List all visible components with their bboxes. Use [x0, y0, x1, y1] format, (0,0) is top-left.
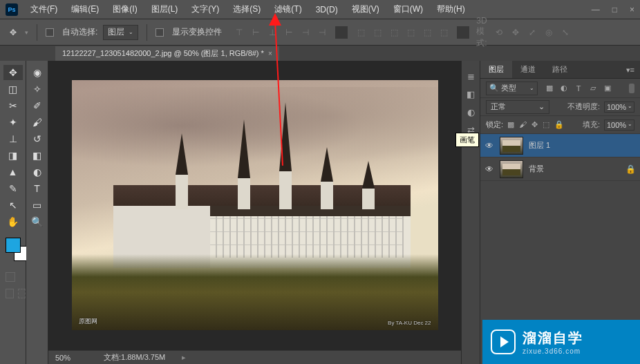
fill-value[interactable]: 100%⌄	[604, 119, 634, 131]
lock-transparent-icon[interactable]: ▩	[507, 120, 514, 129]
close-button[interactable]: ×	[630, 5, 634, 15]
zoom-level[interactable]: 50%	[55, 354, 90, 362]
color-swatches[interactable]	[0, 238, 26, 265]
menu-window[interactable]: 窗口(W)	[386, 3, 430, 15]
align-left-icon[interactable]: ⊢	[283, 26, 295, 39]
menu-select[interactable]: 选择(S)	[226, 3, 267, 15]
history-panel-icon[interactable]: ≣	[464, 69, 478, 83]
hand-tool[interactable]: ✋	[3, 214, 23, 229]
distribute-v-icon[interactable]: ⬚	[371, 26, 384, 39]
layer-row[interactable]: 👁 背景 🔒	[480, 157, 640, 181]
lock-artboard-icon[interactable]: ⬚	[543, 120, 549, 129]
filter-shape-icon[interactable]: ▱	[588, 84, 598, 93]
opacity-value[interactable]: 100%⌄	[604, 102, 634, 113]
distribute-icon2[interactable]: ⬚	[404, 26, 417, 39]
path-tool[interactable]: ↖	[3, 198, 23, 213]
image-canvas[interactable]: 原图网 By TA-KU Dec 22	[72, 80, 438, 330]
distribute-icon4[interactable]: ⬚	[437, 26, 450, 39]
eraser-tool[interactable]: ◨	[3, 148, 23, 163]
foreground-color[interactable]	[6, 238, 21, 253]
align-bottom-icon[interactable]: ⊥	[266, 26, 279, 39]
minimize-button[interactable]: —	[592, 5, 600, 15]
screenmode-icon[interactable]	[6, 289, 14, 298]
menu-edit[interactable]: 编辑(E)	[64, 3, 106, 15]
layer-thumbnail[interactable]	[500, 137, 523, 155]
lasso-tool[interactable]: ◉	[28, 65, 47, 80]
document-tab[interactable]: 12122227_123051482000_2.jpg @ 50% (图层 1,…	[55, 46, 279, 61]
menu-type[interactable]: 文字(Y)	[185, 3, 226, 15]
panel-menu-icon[interactable]: ▾≡	[621, 62, 640, 78]
filter-text-icon[interactable]: T	[574, 84, 583, 93]
tab-channels[interactable]: 通道	[512, 61, 544, 78]
color-panel-icon[interactable]: ◧	[464, 87, 478, 101]
visibility-icon[interactable]: 👁	[484, 141, 494, 151]
dodge-tool[interactable]: ◐	[28, 164, 47, 180]
align-right-icon[interactable]: ⊣	[316, 26, 328, 39]
layer-name[interactable]: 图层 1	[529, 140, 550, 151]
brand-title: 溜溜自学	[523, 329, 583, 347]
menu-help[interactable]: 帮助(H)	[430, 3, 472, 15]
tab-close-icon[interactable]: ×	[268, 50, 272, 57]
brush-tool[interactable]: 🖌	[28, 115, 47, 130]
move-tool[interactable]: ✥	[3, 65, 23, 80]
layer-thumbnail[interactable]	[500, 160, 523, 178]
menu-image[interactable]: 图像(I)	[106, 3, 144, 15]
watermark-left: 原图网	[79, 317, 97, 326]
stamp-tool[interactable]: ⊥	[3, 131, 23, 146]
align-hcenter-icon[interactable]: ⊣	[299, 26, 312, 39]
lock-icon: 🔒	[625, 164, 636, 174]
gradient-tool[interactable]: ◧	[28, 148, 47, 163]
menu-view[interactable]: 视图(V)	[345, 3, 386, 15]
3d-pan-icon[interactable]: ✥	[509, 26, 522, 39]
filter-kind-dropdown[interactable]: 🔍 类型⌄	[486, 82, 538, 95]
eyedropper-tool[interactable]: ✐	[28, 98, 47, 113]
zoom-tool[interactable]: 🔍	[28, 214, 47, 229]
layer-name[interactable]: 背景	[529, 164, 544, 174]
layer-row[interactable]: 👁 图层 1	[480, 134, 640, 157]
filter-adjust-icon[interactable]: ◐	[559, 84, 569, 93]
screenmode-icon2[interactable]	[18, 289, 26, 298]
align-vcenter-icon[interactable]: ⊢	[250, 26, 262, 39]
3d-slide-icon[interactable]: ⤢	[526, 26, 538, 39]
blendmode-dropdown[interactable]: 正常⌄	[486, 100, 549, 114]
visibility-icon[interactable]: 👁	[484, 164, 494, 174]
pen-tool[interactable]: ✎	[3, 181, 23, 196]
canvas-area[interactable]: 原图网 By TA-KU Dec 22	[48, 61, 461, 350]
doc-size-label: 文档:1.88M/3.75M	[104, 352, 165, 363]
autoselect-label: 自动选择:	[62, 26, 97, 38]
menu-file[interactable]: 文件(F)	[23, 3, 64, 15]
lock-all-icon[interactable]: 🔒	[554, 120, 564, 129]
lock-position-icon[interactable]: ✥	[531, 120, 538, 129]
crop-tool[interactable]: ✂	[3, 98, 23, 113]
shape-tool[interactable]: ▭	[28, 198, 47, 213]
quickmask-icon[interactable]	[6, 272, 15, 282]
move-tool-icon[interactable]: ✥	[7, 26, 19, 39]
marquee-tool[interactable]: ◫	[3, 82, 23, 97]
maximize-button[interactable]: □	[612, 5, 617, 15]
distribute-icon3[interactable]: ⬚	[421, 26, 433, 39]
align-top-icon[interactable]: ⊤	[233, 26, 245, 39]
blur-tool[interactable]: ▲	[3, 164, 23, 180]
healing-tool[interactable]: ✦	[3, 115, 23, 130]
3d-rotate-icon[interactable]: ◎	[543, 26, 555, 39]
autoselect-dropdown[interactable]: 图层⌄	[103, 25, 138, 40]
history-brush-tool[interactable]: ↺	[28, 131, 47, 146]
distribute-icon[interactable]: ⬚	[388, 26, 400, 39]
autoselect-checkbox[interactable]	[46, 28, 54, 37]
text-tool[interactable]: T	[28, 181, 47, 196]
showcontrols-checkbox[interactable]	[156, 28, 164, 37]
3d-orbit-icon[interactable]: ⟲	[493, 26, 505, 39]
menu-3d[interactable]: 3D(D)	[309, 5, 345, 15]
tab-layers[interactable]: 图层	[480, 61, 512, 78]
menu-layer[interactable]: 图层(L)	[144, 3, 185, 15]
annotation-arrowhead	[269, 13, 281, 26]
filter-pixel-icon[interactable]: ▩	[545, 84, 554, 93]
filter-toggle[interactable]	[629, 84, 634, 93]
lock-pixels-icon[interactable]: 🖌	[519, 120, 527, 129]
adjustments-panel-icon[interactable]: ◐	[464, 105, 478, 119]
distribute-h-icon[interactable]: ⬚	[355, 26, 367, 39]
tab-paths[interactable]: 路径	[544, 61, 576, 78]
3d-scale-icon[interactable]: ⤡	[559, 26, 572, 39]
filter-smart-icon[interactable]: ▣	[603, 84, 612, 93]
wand-tool[interactable]: ✧	[28, 82, 47, 97]
